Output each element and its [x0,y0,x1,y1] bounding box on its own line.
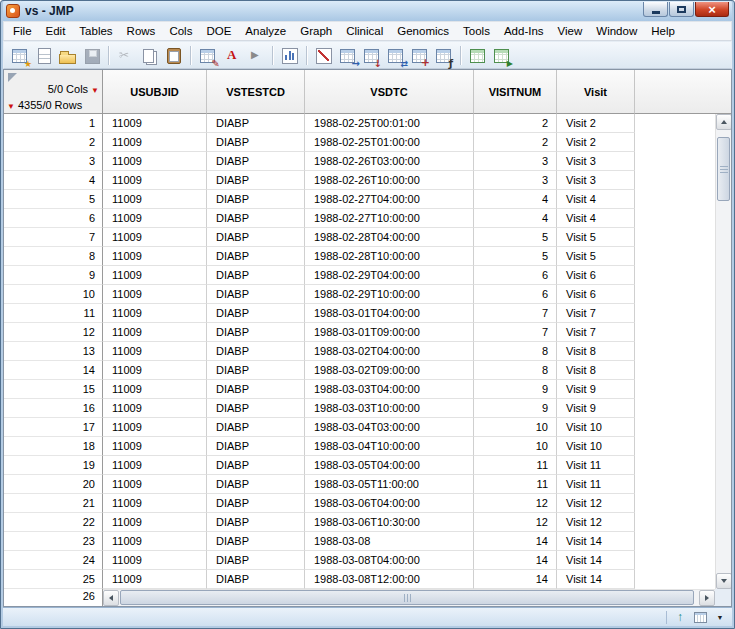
row-number[interactable]: 6 [4,209,103,228]
cell-visitnum[interactable]: 6 [474,266,557,285]
cell-vstestcd[interactable]: DIABP [207,285,305,304]
cell-vsdtc[interactable]: 1988-02-28T10:00:00 [305,247,474,266]
pdf-export-button[interactable] [220,44,243,67]
cell-vsdtc[interactable]: 1988-03-05T04:00:00 [305,456,474,475]
go-to-top-icon[interactable] [671,609,689,625]
cell-usubjid[interactable]: 11009 [103,342,207,361]
cell-vsdtc[interactable]: 1988-03-03T04:00:00 [305,380,474,399]
cell-visit[interactable]: Visit 3 [557,171,635,190]
rows-red-triangle-icon[interactable] [7,99,15,111]
column-header-vstestcd[interactable]: VSTESTCD [207,70,305,114]
cell-vstestcd[interactable]: DIABP [207,399,305,418]
cell-vstestcd[interactable]: DIABP [207,323,305,342]
table-grid-icon[interactable] [691,609,709,625]
cell-usubjid[interactable]: 11009 [103,247,207,266]
menu-item-window[interactable]: Window [589,22,644,40]
cell-vsdtc[interactable]: 1988-03-08 [305,532,474,551]
maximize-button[interactable] [669,2,694,17]
cell-vstestcd[interactable]: DIABP [207,304,305,323]
row-number[interactable]: 23 [4,532,103,551]
cell-visit[interactable]: Visit 4 [557,190,635,209]
menu-item-add-ins[interactable]: Add-Ins [497,22,551,40]
cell-usubjid[interactable]: 11009 [103,209,207,228]
row-number[interactable]: 2 [4,133,103,152]
cell-visit[interactable]: Visit 14 [557,532,635,551]
cell-usubjid[interactable]: 11009 [103,456,207,475]
cell-visitnum[interactable]: 11 [474,456,557,475]
cell-vsdtc[interactable]: 1988-02-26T03:00:00 [305,152,474,171]
cell-visit[interactable]: Visit 6 [557,285,635,304]
row-number[interactable]: 21 [4,494,103,513]
cell-visitnum[interactable]: 6 [474,285,557,304]
cell-vsdtc[interactable]: 1988-02-27T10:00:00 [305,209,474,228]
cell-visitnum[interactable]: 3 [474,171,557,190]
cell-visit[interactable]: Visit 5 [557,247,635,266]
row-number[interactable]: 11 [4,304,103,323]
cell-visitnum[interactable]: 11 [474,475,557,494]
row-number[interactable]: 7 [4,228,103,247]
columns-red-triangle-icon[interactable] [91,83,99,95]
cell-vsdtc[interactable]: 1988-02-26T10:00:00 [305,171,474,190]
horizontal-scroll-track[interactable] [119,590,699,606]
join-button[interactable] [408,44,431,67]
cell-vstestcd[interactable]: DIABP [207,266,305,285]
horizontal-scroll-thumb[interactable] [120,590,694,605]
cell-usubjid[interactable]: 11009 [103,228,207,247]
rows-panel[interactable]: 4355/0 Rows [7,99,82,111]
cell-visitnum[interactable]: 7 [474,304,557,323]
cell-visit[interactable]: Visit 12 [557,513,635,532]
menu-item-tools[interactable]: Tools [456,22,497,40]
cell-vsdtc[interactable]: 1988-02-27T04:00:00 [305,190,474,209]
cell-visit[interactable]: Visit 4 [557,209,635,228]
row-number[interactable]: 26 [4,589,103,606]
cell-vsdtc[interactable]: 1988-02-25T01:00:00 [305,133,474,152]
menu-item-tables[interactable]: Tables [72,22,119,40]
column-header-vsdtc[interactable]: VSDTC [305,70,474,114]
cell-vsdtc[interactable]: 1988-02-29T10:00:00 [305,285,474,304]
cell-visit[interactable]: Visit 9 [557,399,635,418]
cell-visit[interactable]: Visit 14 [557,551,635,570]
cell-visit[interactable]: Visit 2 [557,114,635,133]
cell-visit[interactable]: Visit 11 [557,456,635,475]
row-number[interactable]: 13 [4,342,103,361]
cell-visitnum[interactable]: 10 [474,437,557,456]
cell-vstestcd[interactable]: DIABP [207,190,305,209]
cell-usubjid[interactable]: 11009 [103,304,207,323]
cell-vsdtc[interactable]: 1988-03-06T10:30:00 [305,513,474,532]
row-number[interactable]: 24 [4,551,103,570]
copy-button[interactable] [138,44,161,67]
cell-vsdtc[interactable]: 1988-02-29T04:00:00 [305,266,474,285]
vertical-scrollbar[interactable] [715,114,731,589]
cut-button[interactable] [114,44,137,67]
menu-item-rows[interactable]: Rows [120,22,163,40]
menu-item-analyze[interactable]: Analyze [238,22,293,40]
row-number[interactable]: 15 [4,380,103,399]
cell-vstestcd[interactable]: DIABP [207,437,305,456]
column-header-visitnum[interactable]: VISITNUM [474,70,557,114]
cell-vstestcd[interactable]: DIABP [207,456,305,475]
cell-usubjid[interactable]: 11009 [103,532,207,551]
cell-visitnum[interactable]: 9 [474,399,557,418]
cell-vstestcd[interactable]: DIABP [207,475,305,494]
row-number[interactable]: 20 [4,475,103,494]
cell-visitnum[interactable]: 14 [474,570,557,589]
cell-vsdtc[interactable]: 1988-03-02T09:00:00 [305,361,474,380]
cell-vstestcd[interactable]: DIABP [207,494,305,513]
cell-visitnum[interactable]: 14 [474,551,557,570]
cell-usubjid[interactable]: 11009 [103,114,207,133]
cell-usubjid[interactable]: 11009 [103,171,207,190]
cell-visit[interactable]: Visit 10 [557,418,635,437]
save-button[interactable] [80,44,103,67]
cell-usubjid[interactable]: 11009 [103,190,207,209]
scroll-left-button[interactable] [103,590,119,606]
cell-vstestcd[interactable]: DIABP [207,171,305,190]
title-bar[interactable]: vs - JMP [3,1,732,21]
edit-table-button[interactable] [196,44,219,67]
row-number[interactable]: 22 [4,513,103,532]
cell-vstestcd[interactable]: DIABP [207,342,305,361]
cell-vstestcd[interactable]: DIABP [207,513,305,532]
cell-vstestcd[interactable]: DIABP [207,551,305,570]
cell-vsdtc[interactable]: 1988-03-01T09:00:00 [305,323,474,342]
menu-item-cols[interactable]: Cols [162,22,199,40]
cell-visit[interactable]: Visit 8 [557,361,635,380]
